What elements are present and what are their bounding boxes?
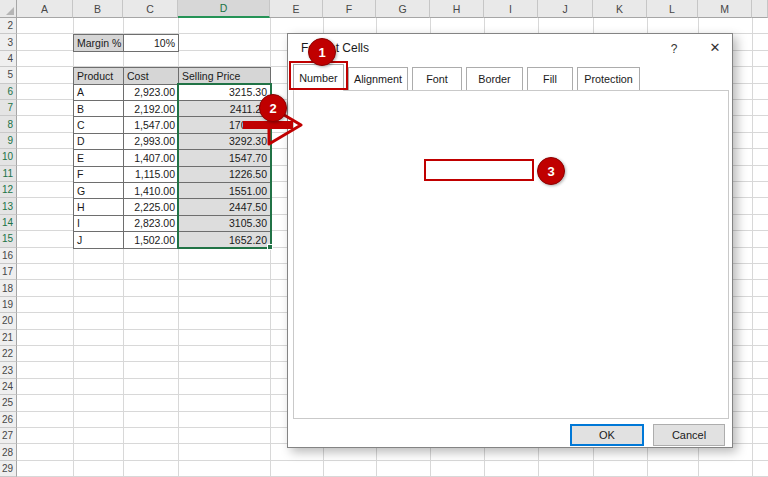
step1-badge: 1 bbox=[308, 38, 336, 66]
step3-badge: 3 bbox=[537, 157, 565, 185]
ok-button[interactable]: OK bbox=[570, 424, 644, 446]
close-icon[interactable]: ✕ bbox=[706, 40, 724, 55]
cost-cell[interactable]: 2,993.00 bbox=[123, 133, 179, 150]
margin-value-cell[interactable]: 10% bbox=[123, 34, 179, 51]
cost-cell[interactable]: 2,225.00 bbox=[123, 198, 179, 215]
tab-number[interactable]: Number bbox=[293, 64, 344, 91]
price-cell[interactable]: 1547.70 bbox=[178, 149, 271, 166]
product-cell[interactable]: J bbox=[73, 231, 124, 248]
tab-protection[interactable]: Protection bbox=[577, 67, 640, 91]
cost-cell[interactable]: 1,410.00 bbox=[123, 182, 179, 199]
product-header-cell[interactable]: Product bbox=[73, 67, 124, 84]
product-cell[interactable]: C bbox=[73, 116, 124, 133]
dialog-tabs: NumberAlignmentFontBorderFillProtection bbox=[293, 64, 644, 91]
cost-cell[interactable]: 1,502.00 bbox=[123, 231, 179, 248]
price-cell[interactable]: 1226.50 bbox=[178, 166, 271, 183]
price-cell[interactable]: 1652.20 bbox=[178, 231, 271, 248]
price-cell[interactable]: 1551.00 bbox=[178, 182, 271, 199]
price-cell[interactable]: 3215.30 bbox=[178, 84, 271, 101]
cancel-button[interactable]: Cancel bbox=[653, 424, 725, 446]
product-cell[interactable]: F bbox=[73, 166, 124, 183]
product-cell[interactable]: B bbox=[73, 100, 124, 117]
tab-alignment[interactable]: Alignment bbox=[348, 67, 408, 91]
price-cell[interactable]: 2447.50 bbox=[178, 198, 271, 215]
price-cell[interactable]: 2411.20 bbox=[178, 100, 271, 117]
tab-fill[interactable]: Fill bbox=[527, 67, 573, 91]
product-cell[interactable]: G bbox=[73, 182, 124, 199]
selling-price-header-cell[interactable]: Selling Price bbox=[178, 67, 271, 84]
help-icon[interactable]: ? bbox=[666, 42, 682, 56]
cost-cell[interactable]: 2,823.00 bbox=[123, 215, 179, 232]
price-cell[interactable]: 3105.30 bbox=[178, 215, 271, 232]
cost-cell[interactable]: 1,115.00 bbox=[123, 166, 179, 183]
product-cell[interactable]: I bbox=[73, 215, 124, 232]
tab-font[interactable]: Font bbox=[412, 67, 462, 91]
fill-handle[interactable] bbox=[267, 244, 273, 250]
price-cell[interactable]: 3292.30 bbox=[178, 133, 271, 150]
product-cell[interactable]: D bbox=[73, 133, 124, 150]
excel-window: ABCDEFGHIJKLM 23456789101112131415161718… bbox=[0, 0, 768, 477]
tab-border[interactable]: Border bbox=[466, 67, 523, 91]
cost-cell[interactable]: 2,192.00 bbox=[123, 100, 179, 117]
product-cell[interactable]: A bbox=[73, 84, 124, 101]
cost-cell[interactable]: 1,407.00 bbox=[123, 149, 179, 166]
product-cell[interactable]: H bbox=[73, 198, 124, 215]
number-tab-page bbox=[293, 90, 729, 419]
price-cell[interactable]: 1701.70 bbox=[178, 116, 271, 133]
step2-badge: 2 bbox=[259, 94, 287, 122]
product-cell[interactable]: E bbox=[73, 149, 124, 166]
cost-cell[interactable]: 1,547.00 bbox=[123, 116, 179, 133]
margin-label-cell[interactable]: Margin % bbox=[73, 34, 124, 51]
cost-header-cell[interactable]: Cost bbox=[123, 67, 179, 84]
cost-cell[interactable]: 2,923.00 bbox=[123, 84, 179, 101]
format-cells-dialog: Format Cells ? ✕ NumberAlignmentFontBord… bbox=[287, 33, 733, 448]
